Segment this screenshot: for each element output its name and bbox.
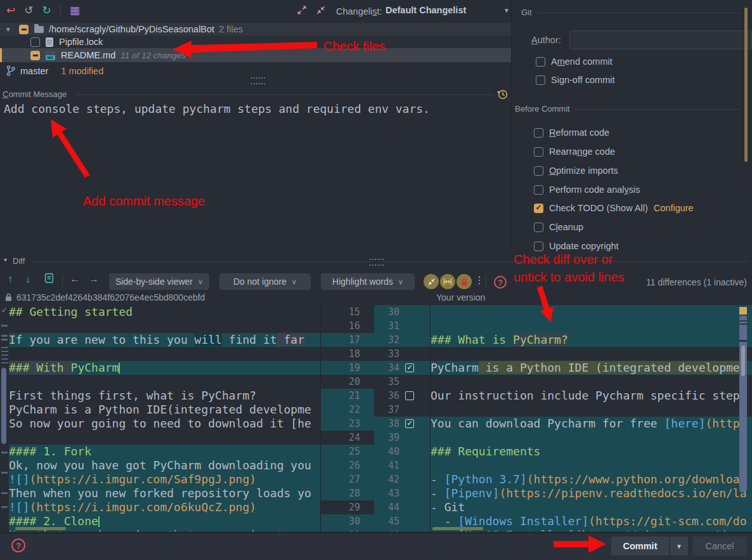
scrollbar-mark [739,320,747,322]
next-difference-icon[interactable]: → [89,273,99,285]
right-pane-scrollbar[interactable] [739,316,747,492]
chevron-down-icon: ▼ [676,543,682,550]
todo-checkbox[interactable] [534,204,543,213]
whitespace-dropdown[interactable]: Do not ignore ∨ [219,273,311,290]
change-marker [1,452,8,453]
changed-file-icon[interactable] [44,273,54,283]
viewer-mode-dropdown[interactable]: Side-by-side viewer ∨ [109,273,209,290]
cancel-button[interactable]: Cancel [692,537,747,556]
splitter-grip[interactable] [370,259,384,266]
right-panel-scrollbar[interactable] [744,8,748,162]
signoff-checkbox[interactable] [536,75,545,85]
next-change-icon[interactable]: ↓ [25,273,31,286]
message-history-icon[interactable] [497,89,508,100]
diff-line-right [431,347,752,361]
revision-hash: 631735c2def4264b384f62076e4ec5bd800cebfd [16,292,205,303]
check-diff-annotation-line1: Check diff over or [514,252,613,267]
reformat-checkbox[interactable] [534,128,543,138]
readme-checkbox[interactable] [30,51,40,60]
chevron-down-icon: ∨ [398,278,403,286]
modified-count[interactable]: 1 modified [61,66,103,76]
diff-area: ## Getting startedIf you are new to this… [0,305,752,531]
tree-chevron-icon[interactable]: ▾ [6,25,15,34]
option-code-analysis[interactable]: Perform code analysis [534,185,640,195]
expand-all-icon[interactable] [297,5,307,18]
amend-checkbox[interactable] [536,57,545,67]
tree-row-pipfile[interactable]: Pipfile.lock [0,36,511,48]
option-optimize-imports[interactable]: Optimize imports [534,166,618,176]
tree-row-root[interactable]: ▾ /home/scragly/Github/PyDisSeasonalBot … [0,23,511,36]
check-files-annotation: Check files [323,39,386,54]
option-label: Rearrange code [549,147,615,157]
author-input[interactable] [569,30,752,49]
diff-right-pane[interactable]: ### What is PyCharm?PyCharm is a Python … [431,305,752,531]
diff-line-left: If you are new to this you will find it … [9,333,321,347]
root-checkbox[interactable] [19,25,29,34]
group-by-icon[interactable]: ▦ [70,4,80,17]
commit-dropdown-button[interactable]: ▼ [670,537,688,556]
signoff-commit-option[interactable]: Sign-off commit [536,75,614,85]
line-number-after: 45 [374,514,399,528]
previous-change-icon[interactable]: ↑ [8,273,13,286]
collapse-unchanged-toggle[interactable] [424,274,439,289]
splitter-grip[interactable] [251,77,265,84]
option-reformat-code[interactable]: Reformat code [534,127,609,138]
revert-icon[interactable]: ↩ [6,4,15,17]
check-diff-annotation-line2: untick to avoid lines [514,270,625,285]
synchronize-scrolling-toggle[interactable] [440,274,455,289]
diff-line-checkbox[interactable]: ✓ [405,363,414,372]
changelist-value: Default Changelist [386,5,466,15]
history-icon[interactable]: ↺ [24,4,33,17]
left-pane-scrollbar[interactable] [1,368,6,444]
diff-gutter-row: 1530 [321,305,431,319]
diff-collapse-chevron[interactable]: ▾ [4,256,7,263]
diff-help-icon[interactable]: ? [494,276,507,289]
file-icon [46,37,53,47]
copyright-checkbox[interactable] [534,242,543,251]
diff-line-checkbox[interactable]: ✓ [405,419,414,428]
change-marker [1,335,8,337]
optimize-checkbox[interactable] [534,166,543,176]
option-rearrange-code[interactable]: Rearrange code [534,147,615,157]
rearrange-checkbox[interactable] [534,147,543,157]
refresh-icon[interactable]: ↻ [42,4,51,17]
line-number-after: 46 [374,528,399,531]
diff-gutter-row: 1833 [321,347,431,361]
diff-gutter-row: 2641 [321,459,431,472]
highlight-mode-value: Highlight words [332,277,393,287]
diff-line-right: - [Python 3.7](https://www.python.org/do… [431,472,752,486]
selection-bar [0,48,2,62]
analysis-checkbox[interactable] [534,185,543,195]
diff-line-right: ### What is PyCharm? [431,333,752,347]
change-marker [1,325,8,327]
previous-difference-icon[interactable]: ← [70,273,80,285]
panel-divider[interactable] [511,0,512,252]
pane-divider [320,305,321,531]
kebab-menu-icon[interactable]: ⋮ [474,274,484,286]
configure-link[interactable]: Configure [654,203,694,213]
commit-message-input[interactable]: Add console steps, update pycharm steps … [4,101,505,251]
pipfile-checkbox[interactable] [30,37,40,47]
dialog-help-icon[interactable]: ? [11,538,25,552]
diff-left-pane[interactable]: ## Getting startedIf you are new to this… [9,305,321,531]
highlight-mode-dropdown[interactable]: Highlight words ∨ [321,273,415,290]
line-number-after: 42 [374,472,399,486]
changelist-dropdown[interactable]: Default Changelist ▼ [386,5,510,15]
cleanup-checkbox[interactable] [534,223,543,232]
option-label: Reformat code [549,127,609,138]
read-only-lock-toggle[interactable] [457,274,472,289]
option-cleanup[interactable]: Cleanup [534,222,583,232]
git-section-header: Git [521,8,532,17]
line-number-after: 43 [374,486,399,500]
amend-commit-option[interactable]: Amend commit [536,56,613,67]
commit-button[interactable]: Commit [611,537,669,556]
diff-line-checkbox[interactable] [405,391,414,400]
branch-name[interactable]: master [20,66,48,76]
right-horizontal-scrollbar[interactable] [432,527,483,530]
chevron-down-icon: ∨ [292,278,297,286]
tree-row-readme[interactable]: README.md 11 of 12 changes [0,48,511,62]
option-check-todo[interactable]: Check TODO (Show All) Configure [534,203,694,213]
option-update-copyright[interactable]: Update copyright [534,241,619,251]
left-horizontal-scrollbar[interactable] [15,527,66,530]
collapse-all-icon[interactable] [316,5,326,18]
